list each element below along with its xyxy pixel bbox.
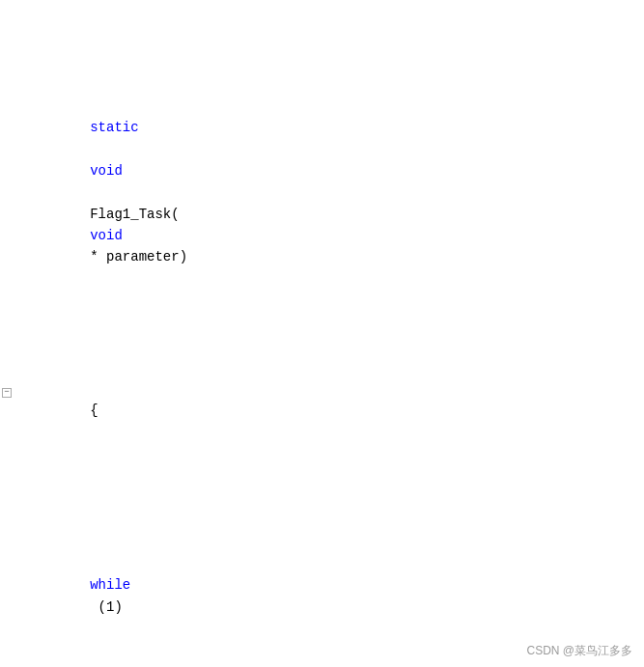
keyword-void: void: [90, 163, 123, 179]
keyword-void2: void: [90, 228, 123, 243]
code-block-1: static void Flag1_Task( void * parameter…: [0, 0, 644, 667]
indent: [90, 556, 123, 571]
code-container: static void Flag1_Task( void * parameter…: [0, 0, 644, 667]
while-paren: (1): [90, 599, 123, 615]
keyword-while-1: while: [90, 577, 130, 593]
space: [90, 184, 98, 200]
brace: {: [90, 403, 98, 418]
watermark: CSDN @菜鸟江多多: [526, 643, 632, 659]
func-params: * parameter): [90, 249, 187, 264]
line-flag1-signature: static void Flag1_Task( void * parameter…: [0, 95, 644, 292]
line-while-1: while (1): [0, 530, 644, 640]
space: [90, 141, 98, 156]
line-content: while (1): [15, 531, 130, 639]
line-open-brace-1: − {: [0, 377, 644, 444]
func-name: Flag1_Task(: [90, 207, 179, 222]
keyword-static: static: [90, 120, 138, 135]
collapse-marker-1[interactable]: −: [2, 388, 12, 398]
line-content: {: [15, 378, 98, 443]
line-content: static void Flag1_Task( void * parameter…: [15, 96, 187, 291]
